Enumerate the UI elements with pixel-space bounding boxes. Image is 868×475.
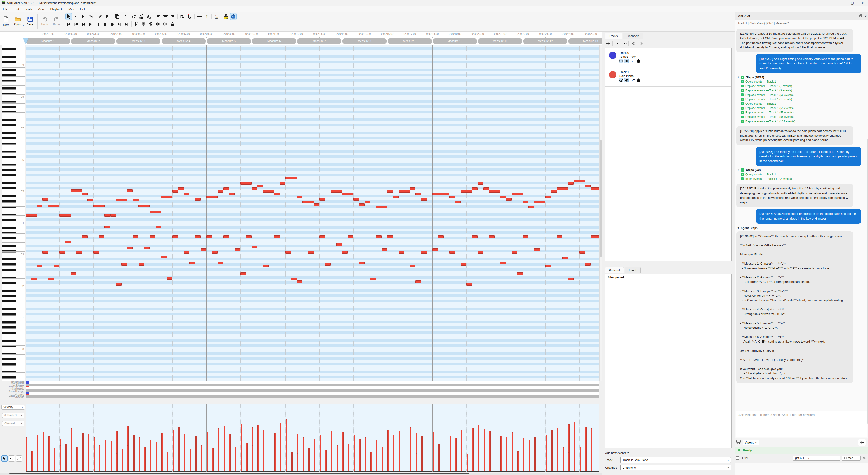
prev-button[interactable] xyxy=(80,21,87,28)
midi-note[interactable] xyxy=(104,214,110,216)
new-file-button[interactable]: New xyxy=(0,13,12,29)
maximize-button[interactable]: ▢ xyxy=(847,0,858,6)
midi-note[interactable] xyxy=(99,235,104,238)
midi-note[interactable] xyxy=(31,278,37,280)
midi-note[interactable] xyxy=(348,235,353,238)
midi-note[interactable] xyxy=(342,251,348,254)
pencil-button[interactable] xyxy=(97,13,103,20)
black-key[interactable] xyxy=(2,74,16,77)
midi-note[interactable] xyxy=(133,199,139,201)
magnet-button[interactable] xyxy=(186,13,193,20)
midi-note[interactable] xyxy=(585,263,591,266)
midi-note[interactable] xyxy=(489,190,500,192)
stop-button[interactable] xyxy=(101,21,108,28)
midi-note[interactable] xyxy=(512,193,523,195)
midi-note[interactable] xyxy=(59,251,65,254)
chat-history[interactable]: [19:45:55] Created a 10-measure solo pia… xyxy=(737,27,864,410)
piano-keyboard[interactable]: C9C8C7C6C5C4C3C2C1C0C-1 xyxy=(2,45,25,381)
midi-note[interactable] xyxy=(223,235,229,238)
midi-note[interactable] xyxy=(54,265,59,267)
velocity-bar[interactable] xyxy=(274,444,276,471)
velocity-bar[interactable] xyxy=(370,452,372,471)
velocity-bar[interactable] xyxy=(286,447,287,471)
velocity-bar[interactable] xyxy=(353,435,355,471)
velocity-bar[interactable] xyxy=(591,444,592,471)
midi-note[interactable] xyxy=(116,199,127,201)
velocity-bar[interactable] xyxy=(563,447,564,471)
midi-note[interactable] xyxy=(173,235,178,238)
velocity-bar[interactable] xyxy=(342,448,344,471)
black-key[interactable] xyxy=(2,277,16,279)
open-recent-dropdown[interactable]: ▾ xyxy=(23,24,24,26)
measure-block[interactable]: Measure 11 xyxy=(478,38,522,44)
model-select[interactable]: gpt-5.4▾ xyxy=(793,455,840,461)
midi-note[interactable] xyxy=(523,235,528,238)
midi-note[interactable] xyxy=(450,196,455,198)
midi-note[interactable] xyxy=(365,201,370,203)
midi-note[interactable] xyxy=(410,265,415,267)
midi-note[interactable] xyxy=(48,205,59,207)
midi-note[interactable] xyxy=(26,214,37,216)
velocity-bar[interactable] xyxy=(546,450,547,471)
velocity-bar[interactable] xyxy=(88,434,89,471)
midi-note[interactable] xyxy=(184,251,189,254)
midi-note[interactable] xyxy=(466,283,472,286)
midi-note[interactable] xyxy=(557,187,568,190)
event-row[interactable] xyxy=(26,381,599,383)
black-key[interactable] xyxy=(2,132,16,134)
velocity-bar[interactable] xyxy=(184,448,185,471)
select-left-button[interactable] xyxy=(72,13,79,20)
midi-note[interactable] xyxy=(37,205,42,207)
velocity-bar[interactable] xyxy=(190,449,191,471)
track-trash-button[interactable] xyxy=(636,59,641,63)
unmute-all-button[interactable] xyxy=(614,41,620,46)
midi-note[interactable] xyxy=(432,193,450,195)
rewind-measure-button[interactable] xyxy=(72,21,79,28)
velocity-bar[interactable] xyxy=(178,427,180,471)
midi-note[interactable] xyxy=(274,235,280,238)
track-select[interactable]: Track 1: Solo Piano▾ xyxy=(620,457,731,463)
save-button[interactable]: Save xyxy=(24,13,36,29)
velocity-bar[interactable] xyxy=(376,444,377,471)
steps-header[interactable]: ▼✓Steps (10/10) xyxy=(737,76,864,79)
midi-note[interactable] xyxy=(574,179,585,182)
select-velocity-tool[interactable] xyxy=(1,455,8,462)
velocity-bar[interactable] xyxy=(320,444,321,471)
settings-gear-icon[interactable] xyxy=(862,456,866,460)
midi-note[interactable] xyxy=(195,235,201,238)
equalize-button[interactable] xyxy=(162,13,169,20)
midi-note[interactable] xyxy=(432,248,438,251)
scissors-button[interactable] xyxy=(138,13,145,20)
velocity-bar[interactable] xyxy=(455,438,457,471)
velocity-bar[interactable] xyxy=(580,447,581,471)
vertical-scrollbar-thumb[interactable] xyxy=(600,140,602,257)
midi-note[interactable] xyxy=(591,187,599,190)
horizontal-scrollbar-thumb[interactable] xyxy=(9,473,469,474)
midi-note[interactable] xyxy=(150,211,161,213)
menu-item-edit[interactable]: Edit xyxy=(11,6,22,12)
midi-note[interactable] xyxy=(477,251,483,254)
midi-note[interactable] xyxy=(319,198,325,201)
midi-note[interactable] xyxy=(285,177,297,179)
tab-protocol[interactable]: Protocol xyxy=(604,267,624,273)
track-trash-button[interactable] xyxy=(636,78,641,82)
midi-note[interactable] xyxy=(127,247,133,249)
black-key[interactable] xyxy=(2,237,16,239)
velocity-bar[interactable] xyxy=(252,445,253,471)
midi-note[interactable] xyxy=(127,189,133,192)
midi-note[interactable] xyxy=(359,204,365,206)
midi-note[interactable] xyxy=(546,265,551,267)
velocity-bar[interactable] xyxy=(393,435,395,471)
timeline[interactable]: 0:00:01.000:00:02.000:00:03.000:00:04.00… xyxy=(0,32,602,45)
line-velocity-tool[interactable] xyxy=(16,455,22,462)
midi-note[interactable] xyxy=(218,262,223,264)
velocity-bar[interactable] xyxy=(478,447,479,471)
agent-mode-select[interactable]: Agent▾ xyxy=(743,440,759,445)
event-marker[interactable] xyxy=(26,386,29,387)
black-key[interactable] xyxy=(2,151,16,153)
velocity-bar[interactable] xyxy=(308,448,310,471)
protocol-entry[interactable]: File opened xyxy=(605,274,732,281)
midi-note[interactable] xyxy=(399,190,410,192)
velocity-bar[interactable] xyxy=(438,444,440,471)
midi-note[interactable] xyxy=(110,214,116,216)
